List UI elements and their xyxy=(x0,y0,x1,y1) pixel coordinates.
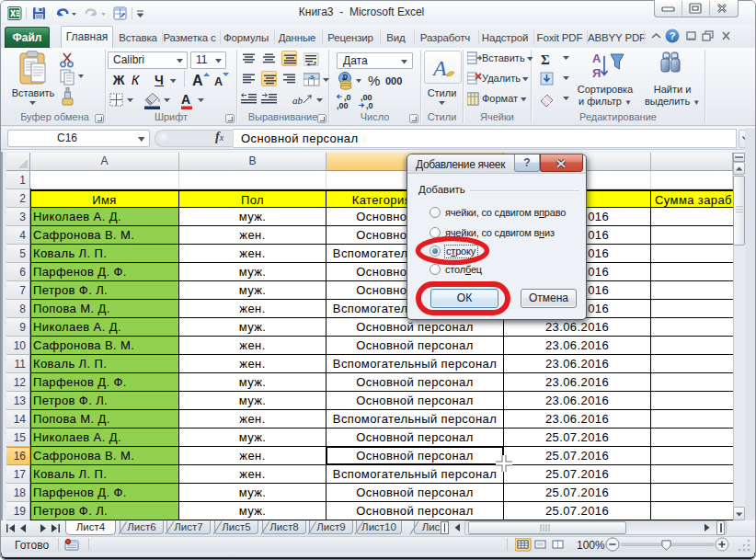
svg-text:000: 000 xyxy=(385,75,402,86)
svg-text:A: A xyxy=(192,73,203,88)
svg-text:A: A xyxy=(214,75,223,88)
svg-text:?: ? xyxy=(670,30,676,41)
svg-text:Я: Я xyxy=(592,66,601,80)
svg-text:А: А xyxy=(181,92,190,107)
svg-text:%: % xyxy=(368,73,380,88)
svg-text:Σ: Σ xyxy=(541,52,550,67)
svg-text:ab: ab xyxy=(292,95,304,106)
svg-text:А: А xyxy=(592,51,601,65)
svg-text:A: A xyxy=(432,56,447,80)
svg-text:,00: ,00 xyxy=(337,101,349,110)
svg-text:,0: ,0 xyxy=(366,101,373,110)
